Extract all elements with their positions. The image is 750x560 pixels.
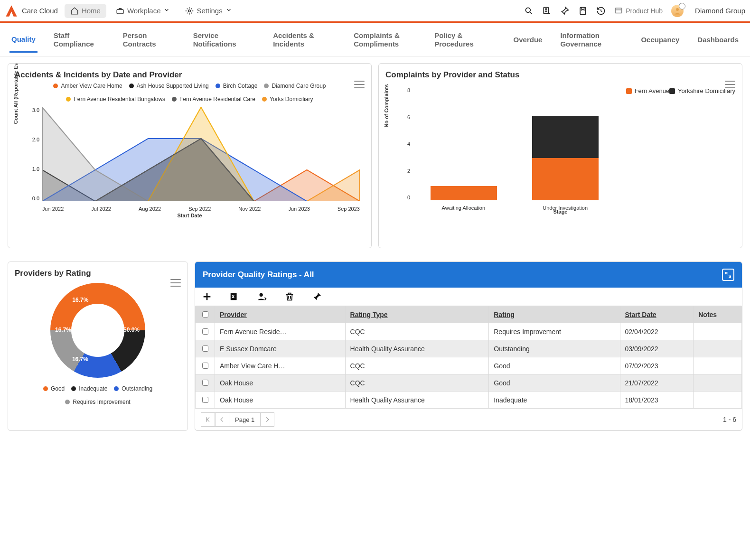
- table-row[interactable]: Oak HouseCQCGood21/07/2022: [196, 374, 742, 392]
- panel-title: Providers by Rating: [15, 269, 181, 278]
- pager-first[interactable]: [201, 412, 215, 427]
- cell-rating-type: Health Quality Assurance: [345, 340, 489, 357]
- y-ticks: 3.02.01.00.0: [28, 107, 39, 201]
- cell-provider: Fern Avenue Reside…: [215, 323, 346, 340]
- pager-prev[interactable]: [215, 412, 229, 427]
- donut-slice-label: 16.7%: [55, 327, 71, 333]
- legend-item[interactable]: Inadequate: [71, 385, 107, 392]
- svg-point-1: [188, 9, 191, 12]
- cell-provider: Oak House: [215, 374, 346, 392]
- cell-rating: Requires Improvement: [489, 323, 620, 340]
- bookmark-icon[interactable]: [578, 6, 588, 16]
- export-excel-icon[interactable]: [229, 291, 240, 302]
- table-row[interactable]: Oak HouseHealth Quality AssuranceInadequ…: [196, 392, 742, 409]
- tab-accidents-incidents[interactable]: Accidents & Incidents: [271, 28, 338, 56]
- nav-settings[interactable]: Settings: [179, 4, 237, 18]
- tab-complaints-compliments[interactable]: Complaints & Compliments: [352, 28, 418, 56]
- ratings-table: ProviderRating TypeRatingStart DateNotes…: [195, 306, 742, 409]
- cell-notes: [694, 392, 742, 409]
- maximize-icon[interactable]: [722, 269, 734, 281]
- chart-legend: Amber View Care HomeAsh House Supported …: [15, 83, 365, 103]
- panel-menu-icon[interactable]: [354, 81, 365, 88]
- panel-menu-icon[interactable]: [725, 81, 735, 88]
- col-rating-type[interactable]: Rating Type: [345, 306, 489, 323]
- assign-user-icon[interactable]: [257, 291, 267, 302]
- legend-item[interactable]: Fern Avenue Residential Care: [172, 96, 255, 103]
- legend-item[interactable]: Ash House Supported Living: [129, 83, 209, 89]
- legend-item[interactable]: Diamond Care Group: [264, 83, 326, 89]
- table-row[interactable]: Amber View Care H…CQCGood07/02/2023: [196, 357, 742, 374]
- tab-policy-procedures[interactable]: Policy & Procedures: [432, 28, 497, 56]
- donut-chart: 50.0%16.7%16.7%16.7%: [50, 283, 145, 378]
- col-start-date[interactable]: Start Date: [620, 306, 694, 323]
- nav-home-label: Home: [82, 7, 101, 15]
- panel-ratings: Provider Quality Ratings - All ProviderR…: [195, 261, 742, 431]
- pager-next[interactable]: [260, 412, 274, 427]
- panel-menu-icon[interactable]: [170, 279, 181, 287]
- legend-item[interactable]: Amber View Care Home: [53, 83, 122, 89]
- tab-overdue[interactable]: Overdue: [512, 32, 544, 52]
- nav-workplace-label: Workplace: [127, 7, 161, 15]
- select-all-checkbox[interactable]: [202, 311, 208, 317]
- cell-notes: [694, 340, 742, 357]
- cell-start-date: 18/01/2023: [620, 392, 694, 409]
- row-checkbox[interactable]: [202, 363, 208, 369]
- pin-icon[interactable]: [312, 291, 322, 302]
- svg-rect-0: [117, 9, 123, 14]
- pin-icon[interactable]: [560, 6, 570, 16]
- home-icon: [70, 7, 79, 15]
- avatar[interactable]: [671, 5, 684, 17]
- tab-service-notifications[interactable]: Service Notifications: [191, 28, 257, 56]
- row-checkbox[interactable]: [202, 345, 208, 352]
- table-row[interactable]: Fern Avenue Reside…CQCRequires Improveme…: [196, 323, 742, 340]
- row-checkbox[interactable]: [202, 328, 208, 335]
- svg-point-4: [545, 9, 547, 10]
- panel-title: Accidents & Incidents by Date and Provid…: [15, 70, 365, 80]
- bar-segment[interactable]: [532, 116, 599, 158]
- col-provider[interactable]: Provider: [215, 306, 346, 323]
- panel-accidents: Accidents & Incidents by Date and Provid…: [8, 63, 372, 248]
- row-checkbox[interactable]: [202, 380, 208, 386]
- cell-notes: [694, 357, 742, 374]
- cell-start-date: 21/07/2022: [620, 374, 694, 392]
- cell-rating: Good: [489, 357, 620, 374]
- legend-item[interactable]: Good: [43, 385, 65, 392]
- tab-dashboards[interactable]: Dashboards: [695, 32, 741, 52]
- col-rating[interactable]: Rating: [489, 306, 620, 323]
- app-logo: [5, 4, 18, 18]
- bar-segment[interactable]: [532, 158, 599, 200]
- legend-item[interactable]: Fern Avenue Residential Bungalows: [66, 96, 165, 103]
- search-icon[interactable]: [524, 6, 534, 16]
- cell-rating-type: CQC: [345, 374, 489, 392]
- legend-item[interactable]: Outstanding: [114, 385, 152, 392]
- cell-rating: Inadequate: [489, 392, 620, 409]
- tab-staff-compliance[interactable]: Staff Compliance: [52, 28, 107, 56]
- delete-icon[interactable]: [284, 291, 295, 302]
- tab-quality[interactable]: Quality: [9, 31, 38, 53]
- cell-provider: Oak House: [215, 392, 346, 409]
- dashboard: Accidents & Incidents by Date and Provid…: [0, 56, 750, 438]
- row-checkbox[interactable]: [202, 397, 208, 403]
- legend-item[interactable]: Birch Cottage: [216, 83, 258, 89]
- nav-workplace[interactable]: Workplace: [110, 4, 176, 18]
- user-name[interactable]: Diamond Group: [695, 7, 745, 15]
- history-icon[interactable]: [596, 6, 606, 16]
- legend-item[interactable]: Yorkshire Domiciliary: [669, 87, 735, 94]
- panel-title: Complaints by Provider and Status: [385, 70, 735, 80]
- bar-segment[interactable]: [431, 186, 497, 200]
- legend-item[interactable]: Fern Avenue: [626, 87, 669, 94]
- tab-information-governance[interactable]: Information Governance: [558, 28, 625, 56]
- search-person-icon[interactable]: [542, 6, 552, 16]
- legend-item[interactable]: Yorks Domiciliary: [262, 96, 313, 103]
- legend-item[interactable]: Requires Improvement: [65, 399, 130, 405]
- tab-occupancy[interactable]: Occupancy: [639, 32, 681, 52]
- donut-slice-label: 16.7%: [72, 356, 88, 363]
- col-notes[interactable]: Notes: [694, 306, 742, 323]
- table-row[interactable]: E Sussex DomcareHealth Quality Assurance…: [196, 340, 742, 357]
- add-icon[interactable]: [202, 291, 212, 302]
- nav-home[interactable]: Home: [65, 4, 106, 18]
- tab-person-contracts[interactable]: Person Contracts: [121, 28, 177, 56]
- product-hub-link[interactable]: Product Hub: [614, 7, 663, 15]
- pager: Page 1 1 - 6: [195, 409, 742, 430]
- cell-provider: E Sussex Domcare: [215, 340, 346, 357]
